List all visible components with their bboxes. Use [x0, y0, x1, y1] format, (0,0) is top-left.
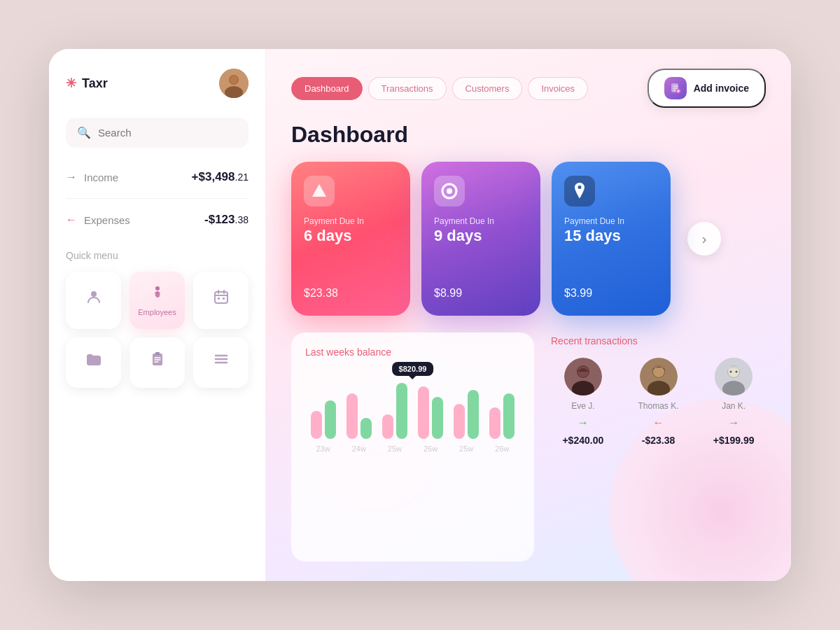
transaction-avatar-1 — [564, 358, 602, 396]
income-value: +$3,498.21 — [192, 170, 248, 184]
bar — [432, 397, 443, 439]
transaction-item-3: Jan K. → +$199.99 — [701, 358, 766, 446]
bar — [382, 414, 393, 439]
contacts-icon — [85, 288, 102, 309]
card-due-label-3: Payment Due In — [564, 216, 658, 226]
card-due-days-1: 6 days — [304, 227, 398, 244]
transaction-direction-2: ← — [653, 416, 664, 429]
calendar-icon — [213, 288, 230, 309]
sidebar-item-clipboard[interactable] — [130, 337, 185, 388]
payment-card-1: Payment Due In 6 days $23.38 — [291, 162, 410, 316]
search-icon: 🔍 — [77, 126, 91, 139]
svg-point-4 — [91, 291, 97, 297]
app-container: ✳ Taxr 🔍 → Income — [49, 49, 791, 581]
card-logo-2 — [434, 176, 465, 206]
next-button[interactable]: › — [687, 222, 721, 255]
card-due-days-3: 15 days — [564, 227, 658, 244]
chart-label-6: 26w — [495, 444, 509, 453]
sidebar-item-calendar[interactable] — [193, 272, 248, 329]
bar-group-3 — [382, 383, 407, 439]
card-amount-2: $8.99 — [434, 279, 528, 302]
nav-tabs: Dashboard Transactions Customers Invoice… — [291, 69, 766, 108]
bar — [454, 404, 465, 439]
bar — [503, 393, 514, 439]
expenses-label: Expenses — [84, 214, 130, 226]
bar — [325, 400, 336, 439]
svg-point-5 — [155, 286, 160, 290]
chart-tooltip: $820.99 — [392, 362, 434, 376]
transactions-title: Recent transactions — [551, 335, 766, 346]
bar — [396, 383, 407, 439]
svg-point-36 — [653, 366, 664, 377]
chart-label-3: 25w — [388, 444, 402, 453]
chart-label-4: 26w — [424, 444, 438, 453]
bar-group-1 — [311, 400, 336, 439]
card-due-days-2: 9 days — [434, 227, 528, 244]
income-label: Income — [84, 172, 118, 183]
transaction-item-2: Thomas K. ← -$23.38 — [626, 358, 691, 446]
quick-menu-grid: Employees — [66, 272, 248, 388]
svg-rect-13 — [218, 298, 220, 300]
app-name: Taxr — [82, 76, 108, 91]
avatar[interactable] — [219, 69, 248, 98]
logo-area: ✳ Taxr — [66, 76, 108, 91]
search-box[interactable]: 🔍 — [66, 118, 248, 148]
financials: → Income +$3,498.21 ← Expenses -$123.38 — [66, 170, 248, 227]
clipboard-icon — [149, 351, 166, 372]
quick-menu-label: Quick menu — [66, 249, 248, 262]
hamburger-icon — [213, 351, 230, 372]
chart-label-5: 25w — [459, 444, 473, 453]
transaction-list: Eve J. → +$240.00 — [551, 358, 766, 446]
transaction-name-3: Jan K. — [722, 401, 746, 411]
bar-group-2 — [346, 393, 372, 439]
search-input[interactable] — [98, 127, 237, 139]
svg-rect-14 — [223, 298, 225, 300]
card-logo-1 — [304, 176, 335, 206]
balance-section: Last weeks balance $820.99 — [291, 332, 534, 561]
bar-group-4 — [418, 386, 443, 439]
tab-transactions[interactable]: Transactions — [368, 77, 447, 100]
bar — [360, 418, 372, 439]
transaction-avatar-2 — [640, 358, 678, 396]
bar — [346, 393, 358, 439]
transaction-direction-1: → — [578, 416, 589, 429]
payment-card-3: Payment Due In 15 days $3.99 — [552, 162, 671, 316]
card-amount-3: $3.99 — [564, 279, 658, 302]
divider — [66, 198, 248, 199]
tab-dashboard[interactable]: Dashboard — [291, 77, 363, 100]
chart-area: $820.99 — [305, 369, 520, 446]
add-invoice-button[interactable]: Add invoice — [648, 69, 766, 108]
transaction-avatar-3 — [715, 358, 752, 396]
sidebar-item-employees[interactable]: Employees — [130, 272, 185, 329]
payment-cards: Payment Due In 6 days $23.38 Payment Due — [291, 162, 766, 316]
sidebar-item-menu[interactable] — [193, 337, 248, 388]
bars-container — [305, 369, 520, 439]
bar — [311, 411, 322, 439]
bar — [418, 386, 429, 439]
chart-label-2: 24w — [352, 444, 366, 453]
add-invoice-label: Add invoice — [694, 83, 749, 94]
bar-group-6 — [489, 393, 514, 439]
folder-icon — [85, 351, 102, 372]
sidebar-item-folder[interactable] — [66, 337, 121, 388]
bottom-section: Last weeks balance $820.99 — [291, 332, 766, 561]
transaction-amount-3: +$199.99 — [713, 435, 755, 446]
bar — [468, 390, 479, 439]
income-arrow-icon: → — [66, 171, 77, 183]
card-amount-1: $23.38 — [304, 279, 398, 302]
svg-point-28 — [447, 188, 452, 194]
expenses-row: ← Expenses -$123.38 — [66, 213, 248, 227]
bar — [489, 407, 500, 439]
chart-labels: 23w 24w 25w 26w 25w 26w — [305, 444, 520, 453]
sidebar-item-contacts[interactable] — [66, 272, 121, 329]
transaction-amount-1: +$240.00 — [562, 435, 603, 446]
svg-point-42 — [736, 371, 738, 373]
tab-invoices[interactable]: Invoices — [528, 77, 588, 100]
main-content: Dashboard Transactions Customers Invoice… — [266, 49, 791, 581]
transaction-name-1: Eve J. — [571, 401, 594, 411]
tab-customers[interactable]: Customers — [452, 77, 523, 100]
card-due-label-1: Payment Due In — [304, 216, 398, 226]
expenses-value: -$123.38 — [204, 213, 248, 227]
svg-rect-16 — [155, 352, 160, 355]
card-logo-3 — [564, 176, 595, 206]
